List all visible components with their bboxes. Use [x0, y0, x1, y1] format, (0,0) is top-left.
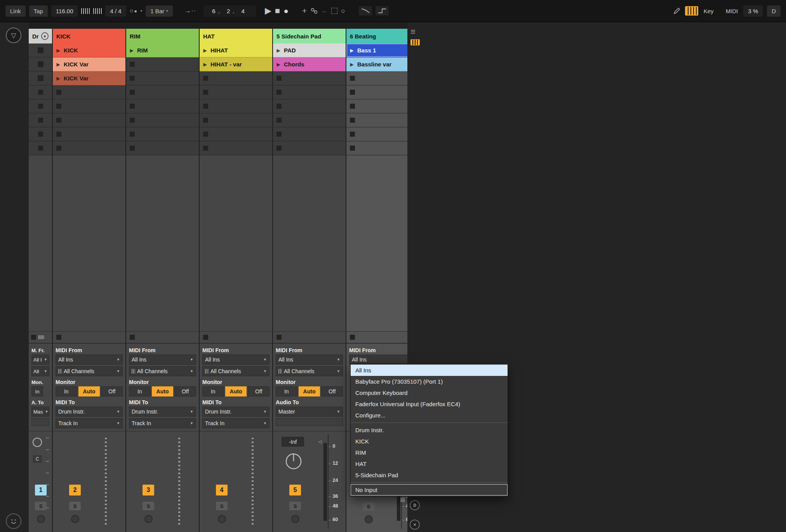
track-activator[interactable]: 3	[143, 485, 154, 495]
clip-stop-button[interactable]	[130, 104, 135, 109]
clip-stop-button[interactable]	[350, 76, 355, 81]
group-slot-stop-button[interactable]	[38, 132, 43, 137]
menu-item-sidechain-pad[interactable]: 5-Sidechain Pad	[351, 469, 508, 481]
track-header[interactable]: KICK	[53, 29, 125, 43]
track-header[interactable]: RIM	[126, 29, 199, 43]
clip-stop-button[interactable]	[130, 118, 135, 123]
midi-from-channel-select[interactable]: All Channels▼	[276, 366, 343, 376]
tempo-display[interactable]: 116.00	[51, 5, 78, 17]
monitor-off-button[interactable]: Off	[248, 386, 270, 396]
clip-slot-empty[interactable]	[53, 99, 125, 113]
clip-stop-button[interactable]	[350, 104, 355, 109]
clip-slot-empty[interactable]	[273, 113, 346, 127]
clip-kick-var-2[interactable]: ▶KICK Var	[53, 71, 125, 85]
loop-selection-icon[interactable]	[331, 8, 337, 14]
track-activator[interactable]: 5	[289, 485, 301, 495]
group-slot-stop-button[interactable]	[38, 104, 43, 109]
solo-button[interactable]: S	[143, 502, 154, 510]
clip-stop-button[interactable]	[276, 146, 282, 151]
track-activator[interactable]: 4	[216, 485, 228, 495]
solo-button[interactable]: S	[35, 502, 47, 510]
clip-slot-empty[interactable]	[53, 85, 125, 99]
group-slot[interactable]	[29, 43, 52, 57]
clip-play-icon[interactable]: ▶	[200, 62, 210, 67]
arm-button[interactable]	[291, 515, 299, 523]
midi-from-channel-select[interactable]: All Channels▼	[129, 366, 196, 376]
clip-play-icon[interactable]: ▶	[126, 48, 137, 53]
clip-stop-button[interactable]	[203, 76, 208, 81]
solo-button[interactable]: S	[69, 502, 81, 510]
monitor-in-button[interactable]: In	[31, 386, 43, 396]
clip-slot-empty[interactable]	[53, 127, 125, 141]
midi-to-channel-select[interactable]: Track In▼	[129, 418, 196, 428]
menu-item-hat[interactable]: HAT	[351, 458, 508, 469]
arm-button[interactable]	[144, 515, 153, 523]
pan-knob[interactable]	[33, 438, 42, 447]
midi-to-select[interactable]: Drum Instr.▼	[202, 407, 270, 417]
clip-stop-button[interactable]	[130, 132, 135, 137]
arm-button[interactable]	[365, 515, 373, 523]
track-activator[interactable]: 2	[69, 485, 81, 495]
monitor-auto-button[interactable]: Auto	[152, 386, 174, 396]
crossfade-assign-button[interactable]: C	[33, 456, 42, 462]
step-curve-icon[interactable]	[376, 6, 389, 16]
clip-slot-empty[interactable]	[126, 113, 199, 127]
nudge-up-icon[interactable]	[93, 8, 102, 14]
clip-stop-button[interactable]	[56, 118, 61, 123]
group-fold-icon[interactable]: ▾	[41, 32, 49, 40]
group-slot-stop-button[interactable]	[38, 75, 43, 81]
clip-stop-button[interactable]	[203, 146, 208, 151]
metronome-icon[interactable]: ○● ▾	[130, 7, 143, 14]
clip-stop-button[interactable]	[203, 335, 208, 340]
menu-item-rim[interactable]: RIM	[351, 447, 508, 458]
follow-icon[interactable]: →··	[185, 7, 196, 14]
group-slot-stop-button[interactable]	[38, 90, 43, 95]
clip-pad[interactable]: ▶PAD	[273, 43, 346, 57]
clip-stop-button[interactable]	[56, 132, 61, 137]
clip-play-icon[interactable]: ▶	[53, 76, 64, 81]
draw-curve-icon[interactable]	[359, 6, 372, 16]
clip-slot-empty[interactable]	[53, 113, 125, 127]
monitor-auto-button[interactable]: Auto	[299, 386, 320, 396]
menu-icon[interactable]: ≡	[410, 27, 416, 37]
menu-item-configure[interactable]: Configure...	[351, 410, 508, 421]
clip-stop-button[interactable]	[203, 118, 208, 123]
arm-button[interactable]	[218, 515, 226, 523]
delay-section-toggle[interactable]: D	[410, 500, 420, 510]
overdub-button[interactable]: D	[767, 5, 781, 17]
clip-stop-button[interactable]	[130, 146, 135, 151]
clip-stop-button[interactable]	[130, 62, 135, 67]
midi-from-input-select[interactable]: All Ins▼	[129, 355, 196, 365]
chain-field[interactable]	[276, 418, 343, 426]
clip-slot-empty[interactable]	[126, 71, 199, 85]
clip-slot-empty[interactable]	[126, 57, 199, 71]
solo-button[interactable]: S	[363, 502, 374, 511]
clip-stop-button[interactable]	[203, 90, 208, 95]
audio-to-select[interactable]: Mas▼	[31, 407, 49, 417]
midi-from-input-select[interactable]: All I▼	[31, 355, 49, 365]
clip-slot-empty[interactable]	[273, 127, 346, 141]
midi-from-input-select[interactable]: All Ins▼	[276, 355, 343, 365]
clip-stop-button[interactable]	[56, 90, 61, 95]
audio-to-select[interactable]: Master▼	[276, 407, 343, 417]
clip-stop-button[interactable]	[350, 132, 355, 137]
clip-stop-button[interactable]	[56, 146, 61, 151]
stop-button[interactable]: ■	[275, 6, 280, 16]
group-track-header[interactable]: Dr ▾	[29, 29, 52, 43]
menu-item-babyface[interactable]: Babyface Pro (73035107) (Port 1)	[351, 376, 508, 387]
clip-play-icon[interactable]: ▶	[346, 62, 357, 67]
group-slot-stop-button[interactable]	[38, 47, 43, 53]
group-slot-stop-button[interactable]	[38, 118, 43, 123]
monitor-in-button[interactable]: In	[276, 386, 297, 396]
midi-from-channel-select[interactable]: All Channels▼	[56, 366, 123, 376]
midi-from-channel-select[interactable]: All▼	[31, 366, 49, 376]
monitor-in-button[interactable]: In	[202, 386, 224, 396]
clip-slot-empty[interactable]	[126, 127, 199, 141]
midi-to-channel-select[interactable]: Track In▼	[56, 418, 123, 428]
clip-stop-button[interactable]	[276, 104, 282, 109]
re-enable-automation-icon[interactable]: ←	[322, 7, 328, 14]
clip-stop-button[interactable]	[276, 335, 282, 340]
clip-play-icon[interactable]: ▶	[53, 48, 64, 53]
menu-item-no-input[interactable]: No Input	[351, 484, 508, 495]
midi-from-input-select[interactable]: All Ins▼	[56, 355, 123, 365]
